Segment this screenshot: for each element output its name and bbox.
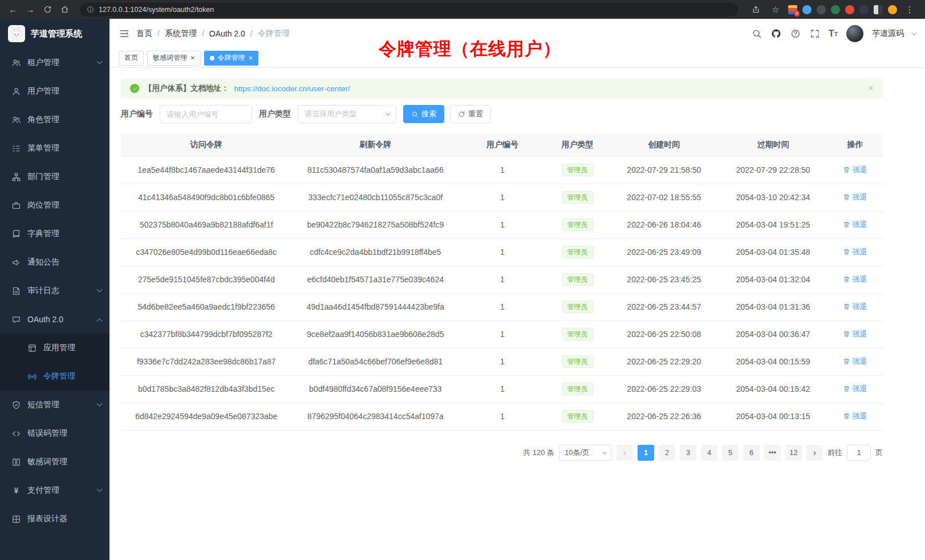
sidebar-item[interactable]: ¥支付管理: [0, 476, 109, 505]
tab-label: 令牌管理: [218, 53, 245, 63]
sidebar-item[interactable]: 错误码管理: [0, 419, 109, 448]
more-pages-button[interactable]: •••: [764, 445, 781, 461]
user-type-tag: 管理员: [562, 246, 594, 259]
bookmark-star-icon[interactable]: ☆: [768, 3, 783, 17]
page-size-select[interactable]: 10条/页: [559, 445, 612, 461]
force-logout-link[interactable]: 强退: [843, 411, 867, 421]
close-icon[interactable]: ×: [190, 54, 195, 62]
search-button[interactable]: 搜索: [403, 105, 444, 123]
reload-icon[interactable]: [40, 3, 55, 17]
table-row: b0d1785bc3a8482f812db4a3f3bd15ecb0df4980…: [121, 375, 883, 403]
page-button[interactable]: 6: [743, 445, 760, 461]
sidebar-item[interactable]: OAuth 2.0: [0, 305, 109, 334]
table-row: 41c41346a548490f9dc8b01c6bfe0865333ecfc7…: [121, 184, 883, 211]
extension-icon[interactable]: [845, 5, 854, 14]
sidebar-item[interactable]: 审计日志: [0, 277, 109, 305]
font-size-icon[interactable]: TT: [829, 29, 838, 39]
force-logout-link[interactable]: 强退: [843, 384, 867, 394]
extension-icon[interactable]: [831, 5, 840, 14]
sidebar-item[interactable]: 岗位管理: [0, 191, 109, 220]
users-icon: [11, 58, 21, 68]
breadcrumb-item[interactable]: 首页: [136, 29, 152, 39]
search-icon[interactable]: [751, 29, 762, 39]
table-row: 1ea5e44f8bc1467aaede43144f31de76811c5304…: [121, 156, 883, 184]
goto-page-input[interactable]: [847, 445, 871, 461]
sidebar-item-label: 错误码管理: [27, 428, 102, 439]
user-name[interactable]: 芋道源码: [872, 29, 904, 39]
sidebar-item[interactable]: 菜单管理: [0, 134, 109, 163]
extension-icon[interactable]: [802, 5, 812, 14]
force-logout-link[interactable]: 强退: [843, 329, 867, 339]
chevron-down-icon: [97, 286, 103, 292]
force-logout-link[interactable]: 强退: [843, 220, 867, 230]
doc-link[interactable]: https://doc.iocoder.cn/user-center/: [234, 84, 350, 93]
page-button[interactable]: 3: [680, 445, 696, 461]
extension-icon[interactable]: [874, 5, 883, 14]
next-page-button[interactable]: ›: [806, 445, 823, 461]
sidebar-item[interactable]: 应用管理: [0, 334, 109, 362]
signal-icon: [27, 372, 37, 382]
page-button[interactable]: 4: [701, 445, 717, 461]
sidebar-item[interactable]: 通知公告: [0, 248, 109, 277]
force-logout-link[interactable]: 强退: [843, 274, 867, 285]
page-button[interactable]: 2: [659, 445, 675, 461]
share-icon[interactable]: [748, 3, 763, 17]
sidebar-item[interactable]: 报表设计器: [0, 505, 109, 533]
page-button[interactable]: 5: [722, 445, 739, 461]
force-logout-link[interactable]: 强退: [843, 302, 867, 312]
page-button[interactable]: 12: [785, 445, 802, 461]
force-logout-link[interactable]: 强退: [843, 247, 867, 257]
sidebar-item[interactable]: 租户管理: [0, 48, 109, 77]
sidebar-item-label: OAuth 2.0: [27, 315, 91, 324]
prev-page-button[interactable]: ‹: [616, 445, 633, 461]
alert-text: 【用户体系】文档地址：: [144, 83, 229, 94]
chevron-down-icon[interactable]: [912, 30, 916, 35]
sidebar-item[interactable]: 敏感词管理: [0, 448, 109, 476]
sidebar-item-label: 租户管理: [27, 58, 91, 68]
user-type-cell: 管理员: [546, 375, 609, 403]
help-icon[interactable]: [790, 29, 801, 39]
home-icon[interactable]: [57, 3, 72, 17]
user-type-select[interactable]: 请选择用户类型: [298, 105, 396, 123]
users-icon: [11, 115, 21, 125]
created-at-cell: 2022-06-25 23:45:25: [609, 266, 719, 293]
close-icon[interactable]: ×: [249, 54, 253, 62]
github-icon[interactable]: [770, 29, 781, 39]
back-icon[interactable]: ←: [6, 3, 21, 17]
sidebar-item[interactable]: 字典管理: [0, 220, 109, 248]
sidebar-item[interactable]: 部门管理: [0, 163, 109, 191]
close-icon[interactable]: ×: [868, 83, 874, 94]
tab-item[interactable]: 敏感词管理×: [147, 51, 201, 66]
created-at-cell: 2022-06-26 18:04:46: [609, 211, 719, 238]
force-logout-link[interactable]: 强退: [843, 165, 867, 175]
user-type-tag: 管理员: [562, 355, 594, 368]
hamburger-icon[interactable]: [119, 29, 129, 39]
extension-icon[interactable]: [859, 5, 869, 14]
page-button[interactable]: 1: [638, 445, 654, 461]
breadcrumb-item: 令牌管理: [258, 29, 290, 39]
browser-menu-icon[interactable]: ⋮: [902, 3, 917, 17]
breadcrumb-item[interactable]: 系统管理: [165, 29, 197, 39]
force-logout-link[interactable]: 强退: [843, 192, 867, 202]
breadcrumb-item[interactable]: OAuth 2.0: [209, 29, 245, 38]
sidebar-item[interactable]: 短信管理: [0, 391, 109, 419]
created-at-cell: 2022-07-29 21:58:50: [609, 156, 719, 184]
extension-icon[interactable]: [788, 5, 797, 14]
app-icon: [27, 343, 37, 353]
profile-avatar-icon[interactable]: [888, 5, 897, 14]
forward-icon[interactable]: →: [23, 3, 38, 17]
sidebar-item[interactable]: 角色管理: [0, 105, 109, 134]
user-id-input[interactable]: [160, 105, 252, 123]
tab-item[interactable]: 首页: [119, 51, 144, 66]
sidebar-item[interactable]: 用户管理: [0, 77, 109, 105]
sidebar-item[interactable]: 令牌管理: [0, 362, 109, 391]
url-bar[interactable]: 127.0.0.1:1024/system/oauth2/token: [80, 3, 738, 17]
refresh-token-cell: 811c530487574fa0af1a59d3abc1aa66: [292, 156, 460, 184]
tab-item[interactable]: 令牌管理×: [204, 51, 259, 66]
extension-icon[interactable]: [817, 5, 826, 14]
force-logout-link[interactable]: 强退: [843, 356, 867, 367]
user-avatar[interactable]: [846, 25, 863, 42]
pagination: 共 120 条 10条/页 ‹ 123456•••12 › 前往 页: [121, 445, 883, 461]
fullscreen-icon[interactable]: [809, 29, 820, 39]
reset-button[interactable]: 重置: [450, 105, 491, 123]
